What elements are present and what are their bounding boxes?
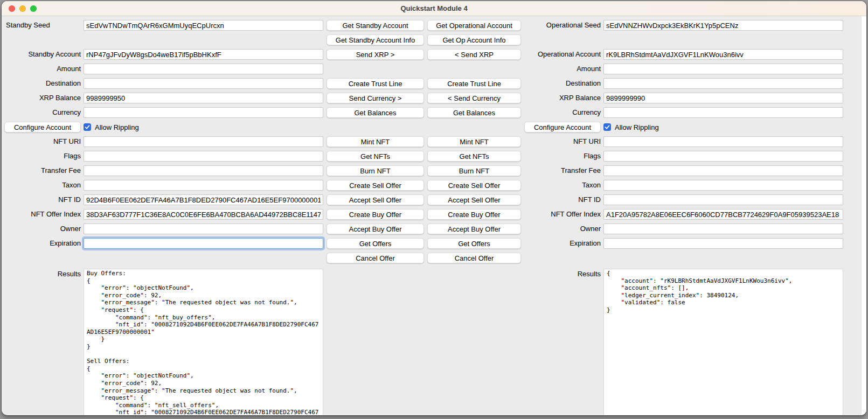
operational-nft-offer-index-label: NFT Offer Index [524, 209, 601, 220]
operational-allow-rippling-checkbox[interactable] [603, 123, 611, 131]
operational-seed-input[interactable] [603, 20, 843, 31]
operational-nft-id-label: NFT ID [524, 194, 601, 205]
standby-nft-offer-index-input[interactable] [84, 209, 323, 220]
operational-xrp-balance-input[interactable] [603, 93, 843, 103]
operational-transfer-fee-input[interactable] [603, 165, 843, 176]
standby-expiration-input[interactable] [84, 238, 323, 249]
operational-burn-nft-button[interactable]: Burn NFT [427, 165, 521, 176]
operational-get-balances-button[interactable]: Get Balances [427, 107, 521, 118]
standby-allow-rippling-checkbox[interactable] [84, 123, 91, 131]
title-bar: Quickstart Module 4 [2, 1, 866, 16]
standby-nft-offer-index-label: NFT Offer Index [4, 209, 81, 220]
operational-flags-input[interactable] [603, 151, 843, 162]
standby-accept-buy-offer-button[interactable]: Accept Buy Offer [327, 224, 424, 234]
operational-create-sell-offer-button[interactable]: Create Sell Offer [427, 180, 521, 191]
get-operational-account-button[interactable]: Get Operational Account [427, 20, 521, 31]
send-xrp-right-button[interactable]: Send XRP > [327, 49, 424, 60]
standby-accept-sell-offer-button[interactable]: Accept Sell Offer [327, 194, 424, 205]
standby-create-sell-offer-button[interactable]: Create Sell Offer [327, 180, 424, 191]
send-currency-left-button[interactable]: < Send Currency [427, 93, 521, 103]
operational-create-trust-line-button[interactable]: Create Trust Line [427, 78, 521, 89]
operational-taxon-label: Taxon [524, 180, 601, 191]
send-currency-right-button[interactable]: Send Currency > [327, 93, 424, 103]
standby-owner-input[interactable] [84, 224, 323, 234]
standby-seed-label: Standby Seed [4, 20, 81, 31]
standby-currency-input[interactable] [84, 107, 323, 118]
standby-taxon-label: Taxon [4, 180, 81, 191]
scrollbar-track[interactable] [861, 16, 866, 415]
operational-allow-rippling-row: Allow Rippling [603, 122, 843, 132]
operational-nft-id-input[interactable] [603, 194, 843, 205]
get-standby-account-info-button[interactable]: Get Standby Account Info [327, 34, 424, 45]
standby-results-area[interactable]: Buy Offers: { "error": "objectNotFound",… [84, 269, 323, 415]
standby-configure-account-button[interactable]: Configure Account [4, 122, 81, 132]
minimize-window-icon[interactable] [19, 5, 26, 12]
operational-cancel-offer-button[interactable]: Cancel Offer [427, 253, 521, 263]
operational-destination-input[interactable] [603, 78, 843, 89]
standby-xrp-balance-input[interactable] [84, 93, 323, 103]
operational-nft-uri-label: NFT URI [524, 136, 601, 147]
operational-amount-input[interactable] [603, 64, 843, 74]
standby-results-text: Buy Offers: { "error": "objectNotFound",… [84, 269, 323, 415]
standby-nft-uri-label: NFT URI [4, 136, 81, 147]
standby-allow-rippling-row: Allow Rippling [84, 122, 323, 132]
standby-burn-nft-button[interactable]: Burn NFT [327, 165, 424, 176]
standby-destination-input[interactable] [84, 78, 323, 89]
operational-nft-offer-index-input[interactable] [603, 209, 843, 220]
standby-nft-id-input[interactable] [84, 194, 323, 205]
operational-nft-uri-input[interactable] [603, 136, 843, 147]
standby-cancel-offer-button[interactable]: Cancel Offer [327, 253, 424, 263]
operational-accept-sell-offer-button[interactable]: Accept Sell Offer [427, 194, 521, 205]
get-op-account-info-button[interactable]: Get Op Account Info [427, 34, 521, 45]
standby-create-trust-line-button[interactable]: Create Trust Line [327, 78, 424, 89]
operational-currency-input[interactable] [603, 107, 843, 118]
zoom-window-icon[interactable] [30, 5, 37, 12]
operational-allow-rippling-label: Allow Rippling [615, 123, 659, 131]
operational-get-nfts-button[interactable]: Get NFTs [427, 151, 521, 162]
standby-create-buy-offer-button[interactable]: Create Buy Offer [327, 209, 424, 220]
operational-results-text: { "account": "rK9LBRhStdmtAaVdJXGVF1LnKW… [604, 269, 843, 314]
standby-flags-label: Flags [4, 151, 81, 162]
operational-configure-account-button[interactable]: Configure Account [524, 122, 601, 132]
operational-account-input[interactable] [603, 49, 843, 60]
standby-nft-uri-input[interactable] [84, 136, 323, 147]
operational-amount-label: Amount [524, 64, 601, 74]
standby-get-offers-button[interactable]: Get Offers [327, 238, 424, 249]
operational-get-offers-button[interactable]: Get Offers [427, 238, 521, 249]
operational-currency-label: Currency [524, 107, 601, 118]
standby-amount-input[interactable] [84, 64, 323, 74]
app-window: Quickstart Module 4 Standby Seed Get Sta… [2, 1, 866, 415]
operational-expiration-input[interactable] [603, 238, 843, 249]
operational-accept-buy-offer-button[interactable]: Accept Buy Offer [427, 224, 521, 234]
window-title: Quickstart Module 4 [400, 4, 467, 12]
operational-taxon-input[interactable] [603, 180, 843, 191]
send-xrp-left-button[interactable]: < Send XRP [427, 49, 521, 60]
standby-account-label: Standby Account [4, 49, 81, 60]
operational-transfer-fee-label: Transfer Fee [524, 165, 601, 176]
standby-seed-input[interactable] [84, 20, 323, 31]
standby-account-input[interactable] [84, 49, 323, 60]
standby-transfer-fee-input[interactable] [84, 165, 323, 176]
standby-flags-input[interactable] [84, 151, 323, 162]
main-content: Standby Seed Get Standby Account Get Ope… [2, 16, 866, 415]
standby-destination-label: Destination [4, 78, 81, 89]
standby-get-balances-button[interactable]: Get Balances [327, 107, 424, 118]
standby-get-nfts-button[interactable]: Get NFTs [327, 151, 424, 162]
operational-owner-input[interactable] [603, 224, 843, 234]
operational-create-buy-offer-button[interactable]: Create Buy Offer [427, 209, 521, 220]
operational-mint-nft-button[interactable]: Mint NFT [427, 136, 521, 147]
standby-results-label: Results [4, 270, 81, 278]
standby-taxon-input[interactable] [84, 180, 323, 191]
standby-transfer-fee-label: Transfer Fee [4, 165, 81, 176]
operational-results-label: Results [524, 270, 601, 278]
get-standby-account-button[interactable]: Get Standby Account [327, 20, 424, 31]
operational-flags-label: Flags [524, 151, 601, 162]
standby-amount-label: Amount [4, 64, 81, 74]
standby-mint-nft-button[interactable]: Mint NFT [327, 136, 424, 147]
operational-destination-label: Destination [524, 78, 601, 89]
close-window-icon[interactable] [9, 5, 15, 12]
operational-results-area[interactable]: { "account": "rK9LBRhStdmtAaVdJXGVF1LnKW… [603, 269, 843, 415]
standby-owner-label: Owner [4, 224, 81, 234]
standby-expiration-label: Expiration [4, 238, 81, 249]
standby-currency-label: Currency [4, 107, 81, 118]
